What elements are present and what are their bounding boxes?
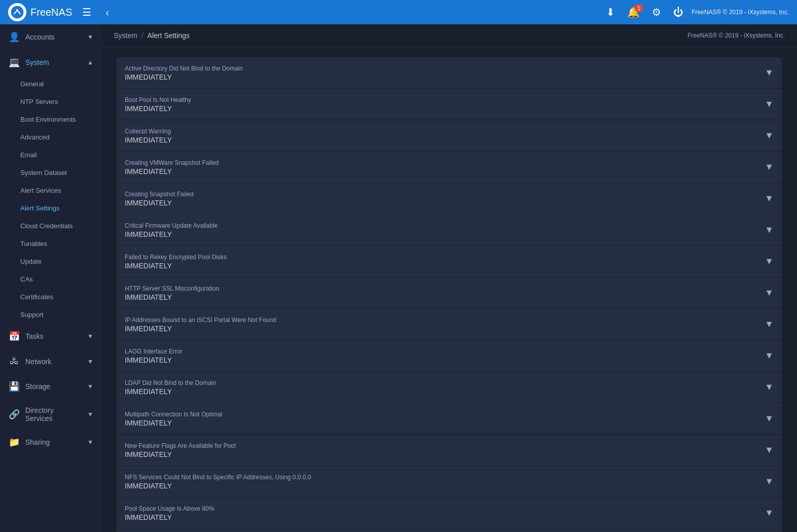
- notification-button[interactable]: 🔔 1: [623, 4, 644, 20]
- sidebar: 👤 Accounts ▼ 💻 System ▲ General NTP Serv…: [0, 24, 101, 532]
- alert-item-chevron-icon[interactable]: ▼: [765, 476, 774, 487]
- menu-icon[interactable]: ☰: [78, 4, 95, 20]
- breadcrumb-system[interactable]: System: [114, 31, 137, 40]
- sidebar-sub-ntp-servers[interactable]: NTP Servers: [0, 93, 101, 111]
- alert-item-value: IMMEDIATELY: [125, 387, 216, 396]
- sidebar-sub-alert-settings[interactable]: Alert Settings: [0, 199, 101, 217]
- alert-item-value: IMMEDIATELY: [125, 262, 227, 270]
- network-arrow-icon: ▼: [87, 358, 93, 365]
- alert-item: LDAP Did Not Bind to the Domain IMMEDIAT…: [117, 372, 782, 403]
- alert-item: Failed to Rekey Encrypted Pool Disks IMM…: [117, 246, 782, 277]
- alert-item-value: IMMEDIATELY: [125, 325, 276, 333]
- settings-button[interactable]: ⚙: [648, 4, 665, 20]
- sharing-icon: 📁: [8, 437, 20, 448]
- directory-icon: 🔗: [8, 409, 20, 420]
- alert-item-content: LAGG Interface Error IMMEDIATELY: [125, 348, 182, 364]
- sidebar-item-sharing[interactable]: 📁 Sharing ▼: [0, 430, 101, 455]
- alert-item-chevron-icon[interactable]: ▼: [765, 256, 774, 267]
- alert-item-chevron-icon[interactable]: ▼: [765, 193, 774, 204]
- alert-item-chevron-icon[interactable]: ▼: [765, 162, 774, 172]
- alert-item-chevron-icon[interactable]: ▼: [765, 67, 774, 78]
- breadcrumb-current: Alert Settings: [148, 31, 190, 40]
- alert-item-chevron-icon[interactable]: ▼: [765, 130, 774, 141]
- sidebar-sub-alert-services[interactable]: Alert Services: [0, 182, 101, 199]
- sidebar-sub-email[interactable]: Email: [0, 146, 101, 164]
- sidebar-item-tasks[interactable]: 📅 Tasks ▼: [0, 324, 101, 349]
- alert-item: IP Addresses Bound to an iSCSI Portal We…: [117, 309, 782, 340]
- sidebar-item-storage[interactable]: 💾 Storage ▼: [0, 374, 101, 399]
- svg-point-0: [11, 6, 24, 19]
- alert-item: Pool Space Usage Is Above 80% IMMEDIATEL…: [117, 498, 782, 529]
- sidebar-item-label: Storage: [25, 382, 50, 391]
- alert-item: HTTP Server SSL Misconfiguration IMMEDIA…: [117, 277, 782, 309]
- alert-item-label: Boot Pool Is Not Healthy: [125, 96, 191, 103]
- sidebar-sub-cas[interactable]: CAs: [0, 270, 101, 288]
- alert-item-chevron-icon[interactable]: ▼: [765, 288, 774, 298]
- sidebar-sub-tunables[interactable]: Tunables: [0, 235, 101, 253]
- alert-item-label: Pool Space Usage Is Above 80%: [125, 505, 214, 512]
- alert-item-content: Boot Pool Is Not Healthy IMMEDIATELY: [125, 96, 191, 113]
- sidebar-item-directory-services[interactable]: 🔗 Directory Services ▼: [0, 399, 101, 430]
- company-info: FreeNAS® © 2019 - iXsystems, Inc.: [687, 32, 785, 39]
- alert-item-value: IMMEDIATELY: [125, 167, 219, 175]
- back-icon[interactable]: ‹: [101, 5, 113, 20]
- alert-item-content: Failed to Rekey Encrypted Pool Disks IMM…: [125, 254, 227, 270]
- alert-item-value: IMMEDIATELY: [125, 482, 311, 490]
- alert-item-value: IMMEDIATELY: [125, 419, 222, 427]
- sidebar-sub-cloud-credentials[interactable]: Cloud Credentials: [0, 217, 101, 235]
- alert-item-label: IP Addresses Bound to an iSCSI Portal We…: [125, 316, 276, 324]
- alert-item: NFS Services Could Not Bind to Specific …: [117, 466, 782, 498]
- alert-item-label: LAGG Interface Error: [125, 348, 182, 355]
- sidebar-item-system[interactable]: 💻 System ▲: [0, 50, 101, 75]
- alert-item-label: NFS Services Could Not Bind to Specific …: [125, 474, 311, 481]
- alert-item-content: Creating Snapshot Failed IMMEDIATELY: [125, 191, 193, 207]
- sidebar-sub-support[interactable]: Support: [0, 306, 101, 324]
- alert-item-content: Pool Space Usage Is Above 80% IMMEDIATEL…: [125, 505, 214, 521]
- freenas-logo: [8, 3, 26, 21]
- alert-item-value: IMMEDIATELY: [125, 293, 219, 301]
- alert-item-chevron-icon[interactable]: ▼: [765, 99, 774, 110]
- sidebar-sub-update[interactable]: Update: [0, 253, 101, 270]
- sidebar-sub-system-dataset[interactable]: System Dataset: [0, 164, 101, 182]
- alert-item-chevron-icon[interactable]: ▼: [765, 382, 774, 393]
- alert-item-value: IMMEDIATELY: [125, 356, 182, 364]
- alert-item: New Feature Flags Are Available for Pool…: [117, 435, 782, 466]
- alert-item-chevron-icon[interactable]: ▼: [765, 225, 774, 235]
- sidebar-sub-boot-environments[interactable]: Boot Environments: [0, 111, 101, 128]
- alert-item-content: IP Addresses Bound to an iSCSI Portal We…: [125, 316, 276, 333]
- alert-item-chevron-icon[interactable]: ▼: [765, 350, 774, 361]
- storage-icon: 💾: [8, 381, 20, 392]
- company-text: FreeNAS® © 2019 - iXsystems, Inc.: [691, 9, 789, 16]
- alert-item-content: LDAP Did Not Bind to the Domain IMMEDIAT…: [125, 379, 216, 396]
- sidebar-item-network[interactable]: 🖧 Network ▼: [0, 349, 101, 374]
- alert-item-content: Critical Firmware Update Available IMMED…: [125, 222, 218, 238]
- alert-item-value: IMMEDIATELY: [125, 73, 243, 81]
- content-right: System / Alert Settings FreeNAS® © 2019 …: [101, 24, 797, 532]
- sharing-arrow-icon: ▼: [87, 439, 93, 446]
- sidebar-item-accounts[interactable]: 👤 Accounts ▼: [0, 24, 101, 50]
- svg-point-1: [16, 9, 18, 11]
- alert-item: Critical Firmware Update Available IMMED…: [117, 215, 782, 246]
- sidebar-sub-advanced[interactable]: Advanced: [0, 128, 101, 146]
- download-button[interactable]: ⬇: [602, 4, 619, 20]
- alert-item-content: Collectd Warning IMMEDIATELY: [125, 128, 172, 144]
- sidebar-sub-general[interactable]: General: [0, 75, 101, 93]
- alert-item-label: LDAP Did Not Bind to the Domain: [125, 379, 216, 386]
- alert-item-chevron-icon[interactable]: ▼: [765, 413, 774, 424]
- sidebar-sub-certificates[interactable]: Certificates: [0, 288, 101, 306]
- topbar-left: FreeNAS ☰ ‹: [8, 3, 113, 21]
- alert-item-value: IMMEDIATELY: [125, 199, 193, 207]
- alert-item-chevron-icon[interactable]: ▼: [765, 445, 774, 455]
- alert-item-label: Creating Snapshot Failed: [125, 191, 193, 198]
- alert-item-value: IMMEDIATELY: [125, 104, 191, 113]
- alert-item-value: IMMEDIATELY: [125, 230, 218, 238]
- alert-item-content: HTTP Server SSL Misconfiguration IMMEDIA…: [125, 285, 219, 301]
- alert-item-value: IMMEDIATELY: [125, 450, 236, 458]
- app-body: 👤 Accounts ▼ 💻 System ▲ General NTP Serv…: [0, 24, 797, 532]
- power-button[interactable]: ⏻: [669, 5, 687, 20]
- alert-item-label: New Feature Flags Are Available for Pool: [125, 442, 236, 449]
- alert-item-chevron-icon[interactable]: ▼: [765, 319, 774, 330]
- alert-item: Creating VMWare Snapshot Failed IMMEDIAT…: [117, 152, 782, 183]
- alert-item-label: HTTP Server SSL Misconfiguration: [125, 285, 219, 292]
- alert-item-chevron-icon[interactable]: ▼: [765, 508, 774, 518]
